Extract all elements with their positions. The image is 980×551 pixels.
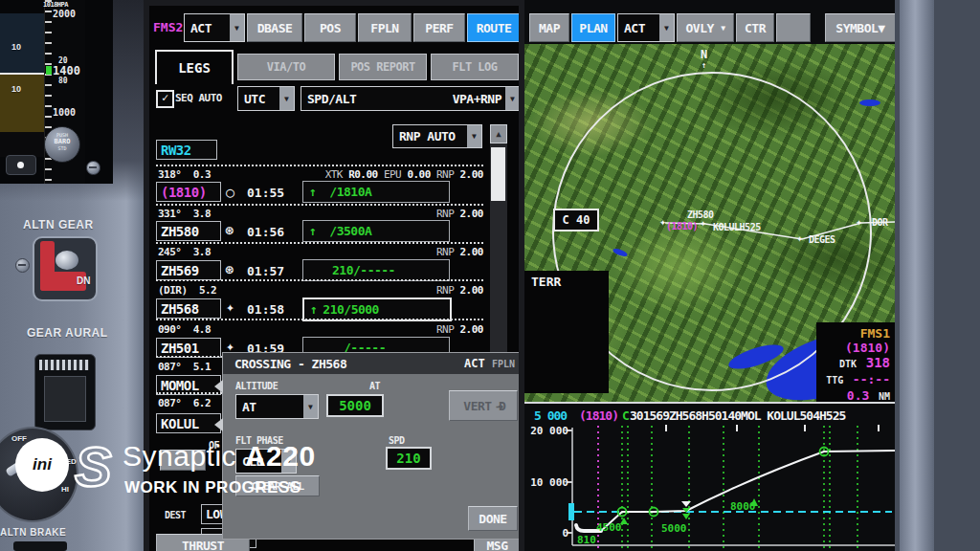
time-ref-dropdown[interactable]: UTC ▼ <box>237 86 295 111</box>
row-divider <box>156 165 483 166</box>
waypoint-button[interactable]: ZH568 <box>156 298 221 319</box>
wiper-lo-label: LO <box>45 443 56 452</box>
leg-time: 01:57 <box>247 264 284 278</box>
plan-map[interactable]: N↑ C 40 ✦ ✦ ✦ ✦ ZH580 (1810) KOLULH525 D… <box>524 44 895 403</box>
row-divider <box>156 242 483 244</box>
dialog-title: CROSSING - ZH568 <box>223 357 346 371</box>
vertical-situation-display: 20 000 10 000 0 810 4500 5000 8000 <box>524 405 895 551</box>
standby-instrument: 10 10 1018HPA 2000 20 1400 80 1000 PUSH … <box>0 0 113 184</box>
flt-phase-dropdown[interactable]: CLB ▼ <box>235 449 297 474</box>
dialog-header[interactable]: CROSSING - ZH568 ACT FPLN <box>223 353 519 374</box>
baro-knob-push-label: PUSH <box>45 127 79 138</box>
altn-gear-label: ALTN GEAR <box>23 218 94 231</box>
scroll-up-button[interactable]: ▲ <box>490 124 507 143</box>
pillar-strip <box>900 0 934 551</box>
act-dropdown[interactable]: ACT ▼ <box>184 13 245 42</box>
pos-button[interactable]: POS <box>304 13 356 42</box>
waypoint-button[interactable]: ZH580 <box>156 221 221 241</box>
altn-brake-switch[interactable] <box>13 541 67 551</box>
leg-course-dist: 331° 3.8 <box>158 208 211 220</box>
baro-setting: 1018HPA <box>43 1 68 9</box>
altitude-label: ALTITUDE <box>235 381 278 391</box>
perf-button[interactable]: PERF <box>413 13 465 42</box>
display-divider <box>524 402 895 404</box>
dbase-button[interactable]: DBASE <box>247 13 302 42</box>
dialog-callout-arrow <box>214 418 223 431</box>
baro-knob[interactable]: PUSH BARO STD <box>44 126 80 163</box>
blank-button[interactable] <box>776 13 811 42</box>
leg-rnp: RNP 2.00 <box>436 208 483 220</box>
seq-auto-label: SEQ AUTO <box>175 92 222 104</box>
altitude-value-field[interactable]: 5000 <box>326 394 384 417</box>
spd-value-field[interactable]: 210 <box>386 447 432 470</box>
plan-button[interactable]: PLAN <box>571 13 615 42</box>
waypoint-button[interactable]: ZH569 <box>156 260 221 280</box>
current-altitude: 1400 <box>53 64 80 77</box>
standby-brightness-button[interactable] <box>6 155 36 175</box>
map-waypoint-icon: ✦ <box>856 215 862 229</box>
screw <box>15 258 30 273</box>
done-button[interactable]: DONE <box>468 506 518 531</box>
tab-pos-report[interactable]: POS REPORT <box>339 54 427 80</box>
wiper-hi-label: HI <box>61 485 69 494</box>
holding-waypoint-icon: ○ <box>226 184 234 201</box>
vert-direct-button[interactable]: VERT Ð→ <box>449 390 518 421</box>
chevron-down-icon: ▼ <box>279 87 294 110</box>
leg-constraint-button[interactable]: ↑/1810A <box>302 181 450 203</box>
tab-flt-log[interactable]: FLT LOG <box>431 54 519 80</box>
baro-knob-std-label: STD <box>45 145 79 151</box>
dialog-fpln-status: ACT FPLN <box>464 357 515 370</box>
partial-button[interactable] <box>160 450 206 471</box>
leg-constraint-button[interactable]: ↑/3500A <box>302 220 450 242</box>
flyover-waypoint-icon: ⊛ <box>225 261 234 278</box>
chevron-down-icon: ▼ <box>505 87 519 110</box>
gear-aural-switch[interactable] <box>34 354 96 430</box>
fms1-dtk: DTK 318 <box>816 355 890 371</box>
tab-legs[interactable]: LEGS <box>155 50 234 84</box>
waypoint-button[interactable]: ZH501 <box>156 338 221 358</box>
vsd-y-10000: 10 000 <box>530 476 568 489</box>
screw <box>86 161 100 175</box>
map-button[interactable]: MAP <box>529 13 569 42</box>
leg-constraint-button[interactable]: 210/----- <box>302 259 450 281</box>
seq-auto-checkbox[interactable]: ✓ <box>156 90 174 108</box>
waypoint-button[interactable]: (1810) <box>156 182 221 202</box>
climb-arrow-icon: ↑ <box>310 302 317 317</box>
map-mask-box <box>524 292 609 393</box>
clear-all-button[interactable]: CLEAR ALL <box>235 475 320 496</box>
altitude-digit-80: 80 <box>58 77 68 85</box>
rnp-mode-dropdown[interactable]: RNP AUTO ▼ <box>392 124 482 148</box>
fms-panel: FMS2 ACT ▼ DBASE POS FPLN PERF ROUTE LEG… <box>144 0 524 551</box>
route-button[interactable]: ROUTE <box>467 13 519 42</box>
vsd-constraint-8000: 8000 <box>730 500 756 513</box>
window-pillar <box>895 0 980 551</box>
fms1-dist: 0.3 NM <box>816 387 890 403</box>
runway-waypoint[interactable]: RW32 <box>156 140 217 160</box>
altitude-tick-2000: 2000 <box>53 9 76 19</box>
fpln-button[interactable]: FPLN <box>358 13 412 42</box>
leg-course-dist: 245° 3.8 <box>158 246 211 258</box>
nav-display: MAP PLAN ACT ▼ OVLY ▼ CTR SYMBOL▼ N↑ C 4… <box>524 0 895 551</box>
map-waypoint-cluster-label: KOLULH525 <box>713 222 761 232</box>
nd-act-dropdown[interactable]: ACT ▼ <box>617 13 675 42</box>
standby-attitude-indicator: 10 10 <box>0 13 44 157</box>
vsd-y-20000: 20 000 <box>530 425 568 437</box>
flyover-waypoint-icon: ⊛ <box>225 222 234 239</box>
ctr-button[interactable]: CTR <box>736 13 774 42</box>
altitude-mode-dropdown[interactable]: AT ▼ <box>235 394 319 419</box>
attitude-ground <box>0 73 44 132</box>
leg-rnp: RNP 2.00 <box>436 284 483 297</box>
display-mode-dropdown[interactable]: SPD/ALT VPA+RNP ▼ <box>301 86 519 111</box>
switch-grip <box>39 360 89 370</box>
attitude-sky <box>0 13 44 73</box>
leg-rnp: RNP 2.00 <box>436 246 483 258</box>
flt-phase-value: CLB <box>236 450 281 473</box>
ovly-button[interactable]: OVLY ▼ <box>677 13 734 42</box>
scrollbar-thumb[interactable] <box>491 147 505 201</box>
tab-via-to[interactable]: VIA/TO <box>237 54 335 80</box>
altn-gear-lever-hub <box>56 251 78 270</box>
terr-readout: TERR <box>524 271 609 292</box>
waypoint-button[interactable]: KOLUL <box>156 413 221 433</box>
leg-time: 01:58 <box>247 302 284 317</box>
symbol-button[interactable]: SYMBOL▼ <box>825 13 896 42</box>
